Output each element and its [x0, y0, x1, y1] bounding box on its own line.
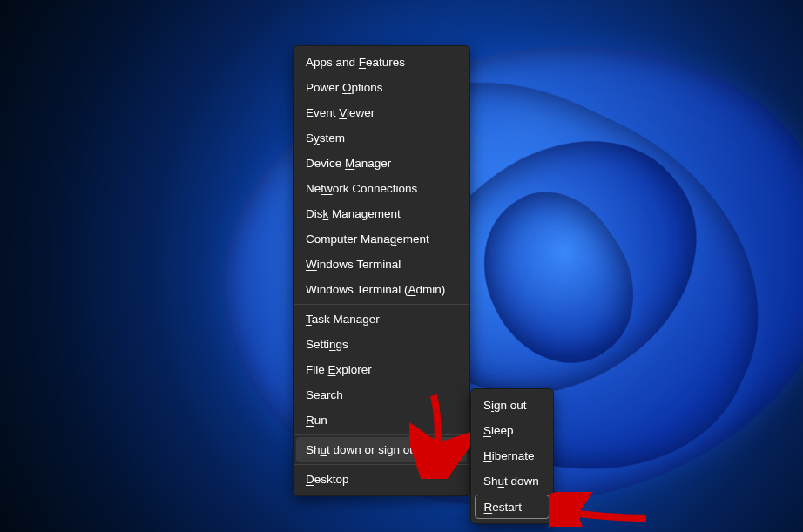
menu-item-search[interactable]: Search	[294, 382, 469, 407]
menu-item-task-manager[interactable]: Task Manager	[294, 306, 469, 332]
menu-item-accelerator: O	[342, 81, 352, 94]
menu-item-text: ptions	[352, 81, 383, 94]
menu-item-text: Setti	[306, 338, 329, 351]
menu-item-text: Dis	[306, 207, 323, 220]
submenu-item-shut-down[interactable]: Shut down	[471, 468, 553, 494]
menu-item-text: Event	[306, 106, 339, 119]
menu-item-accelerator: W	[306, 258, 317, 271]
menu-item-shut-down-or-sign-out[interactable]: Shut down or sign out›	[296, 437, 467, 462]
menu-item-text: ask Manager	[312, 313, 380, 326]
menu-item-desktop[interactable]: Desktop	[294, 467, 469, 492]
menu-item-text: ement	[396, 232, 429, 246]
menu-item-disk-management[interactable]: Disk Management	[294, 201, 469, 226]
submenu-item-hibernate[interactable]: Hibernate	[471, 443, 553, 468]
menu-item-accelerator: u	[321, 443, 327, 456]
menu-item-text: esktop	[314, 473, 349, 486]
menu-item-accelerator: H	[483, 449, 492, 462]
menu-item-text: anager	[354, 157, 391, 170]
shutdown-submenu[interactable]: Sign outSleepHibernateShut downRestart	[470, 388, 554, 524]
menu-item-text: gs	[336, 338, 348, 351]
menu-item-text: gn out	[494, 399, 527, 412]
menu-item-accelerator: F	[359, 56, 366, 69]
menu-item-text: Ne	[306, 182, 321, 195]
menu-item-system[interactable]: System	[294, 125, 469, 151]
menu-item-accelerator: E	[328, 363, 336, 376]
chevron-right-icon: ›	[455, 445, 458, 455]
menu-item-power-options[interactable]: Power Options	[294, 75, 469, 100]
menu-item-accelerator: A	[408, 283, 416, 296]
submenu-item-sleep[interactable]: Sleep	[471, 418, 553, 443]
menu-item-device-manager[interactable]: Device Manager	[294, 151, 469, 176]
menu-item-windows-terminal[interactable]: Windows Terminal	[294, 252, 469, 277]
menu-item-accelerator: S	[483, 424, 491, 437]
menu-item-accelerator: M	[345, 157, 354, 170]
menu-item-text: indows Terminal	[317, 258, 402, 271]
menu-item-text: dmin)	[416, 283, 446, 296]
menu-item-accelerator: y	[314, 131, 320, 145]
menu-item-text: S	[483, 399, 491, 412]
desktop-background: Apps and FeaturesPower OptionsEvent View…	[0, 0, 803, 532]
menu-item-text: t down	[504, 475, 539, 488]
menu-item-accelerator: R	[484, 501, 493, 514]
menu-item-text: Management	[328, 207, 401, 220]
menu-separator	[294, 434, 469, 435]
menu-item-text: xplorer	[336, 363, 372, 376]
menu-item-text: Power	[306, 81, 342, 94]
menu-item-text: Computer Mana	[306, 232, 390, 246]
menu-separator	[294, 304, 469, 305]
menu-item-text: t down or sign out	[327, 443, 420, 456]
menu-item-text: Sh	[306, 443, 321, 456]
menu-item-accelerator: u	[498, 475, 505, 488]
menu-item-network-connections[interactable]: Network Connections	[294, 176, 469, 201]
menu-item-windows-terminal-admin[interactable]: Windows Terminal (Admin)	[294, 277, 469, 302]
submenu-item-restart[interactable]: Restart	[475, 495, 550, 519]
menu-item-file-explorer[interactable]: File Explorer	[294, 357, 469, 382]
menu-item-text: earch	[314, 388, 343, 401]
menu-item-text: ork Connections	[333, 182, 418, 195]
menu-item-text: eatures	[366, 56, 405, 69]
menu-item-text: Windows Terminal (	[306, 283, 408, 296]
menu-item-apps-and-features[interactable]: Apps and Features	[294, 50, 469, 75]
menu-item-text: ibernate	[492, 449, 535, 462]
menu-item-text: Device	[306, 157, 345, 170]
submenu-item-sign-out[interactable]: Sign out	[471, 393, 553, 418]
menu-item-text: S	[306, 131, 314, 145]
menu-item-computer-management[interactable]: Computer Management	[294, 226, 469, 252]
menu-item-accelerator: R	[306, 414, 314, 427]
menu-item-text: Sh	[483, 475, 498, 488]
winx-power-user-menu[interactable]: Apps and FeaturesPower OptionsEvent View…	[293, 45, 470, 496]
menu-item-accelerator: T	[306, 313, 312, 326]
menu-item-text: un	[314, 414, 327, 427]
menu-item-text: stem	[320, 131, 345, 145]
menu-item-text: File	[306, 363, 328, 376]
menu-item-text: Apps and	[306, 56, 359, 69]
menu-item-text: leep	[491, 424, 514, 437]
menu-item-accelerator: D	[306, 473, 314, 486]
menu-item-accelerator: S	[306, 388, 314, 401]
menu-item-accelerator: tw	[321, 182, 333, 195]
menu-item-text: estart	[492, 501, 522, 514]
menu-item-text: iewer	[347, 106, 375, 119]
menu-item-settings[interactable]: Settings	[294, 332, 469, 357]
menu-item-run[interactable]: Run	[294, 407, 469, 433]
menu-item-accelerator: n	[329, 338, 336, 351]
menu-item-event-viewer[interactable]: Event Viewer	[294, 100, 469, 125]
menu-separator	[294, 464, 469, 465]
menu-item-accelerator: V	[339, 106, 347, 119]
